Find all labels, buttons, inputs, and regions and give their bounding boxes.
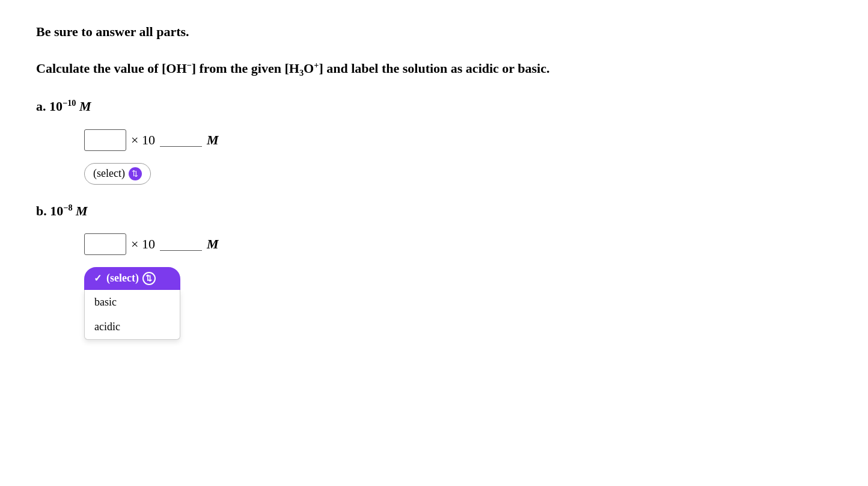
part-b-dropdown: basic acidic bbox=[84, 290, 180, 340]
part-b-select-icon: ⇅ bbox=[142, 272, 156, 285]
part-b-exponent-input[interactable] bbox=[160, 238, 202, 251]
part-b-answer-row: × 10 M bbox=[84, 233, 832, 255]
part-b-select-row: ✓ (select) ⇅ basic acidic bbox=[84, 267, 832, 290]
part-b-unit: M bbox=[207, 236, 219, 252]
part-a-coefficient-input[interactable] bbox=[84, 129, 126, 151]
part-b-select-label: (select) bbox=[106, 272, 139, 285]
part-a-label: a. 10−10 M bbox=[36, 98, 832, 114]
part-a-times-ten: × 10 bbox=[131, 132, 155, 148]
part-b-option-basic[interactable]: basic bbox=[85, 290, 180, 315]
part-b-checkmark: ✓ bbox=[94, 272, 102, 284]
instruction-text: Be sure to answer all parts. bbox=[36, 24, 832, 40]
part-a-select-row: (select) ⇅ bbox=[84, 163, 832, 185]
part-a-answer-row: × 10 M bbox=[84, 129, 832, 151]
bracket-expr-1: [OH−] bbox=[162, 61, 196, 76]
part-b-label: b. 10−8 M bbox=[36, 203, 832, 219]
question-text: Calculate the value of [OH−] from the gi… bbox=[36, 58, 832, 80]
part-a-exponent-input[interactable] bbox=[160, 134, 202, 147]
part-b-coefficient-input[interactable] bbox=[84, 233, 126, 255]
part-b-select[interactable]: ✓ (select) ⇅ bbox=[84, 267, 180, 290]
part-b-times-ten: × 10 bbox=[131, 236, 155, 252]
part-a-select-icon: ⇅ bbox=[129, 167, 142, 180]
part-a-unit: M bbox=[207, 132, 219, 148]
question-middle: from the given bbox=[200, 61, 285, 76]
part-b-option-acidic[interactable]: acidic bbox=[85, 315, 180, 339]
question-prefix: Calculate the value of bbox=[36, 61, 162, 76]
bracket-expr-2: [H3O+] bbox=[284, 61, 323, 76]
question-suffix: and label the solution as acidic or basi… bbox=[326, 61, 549, 76]
part-a-select-label: (select) bbox=[93, 167, 125, 180]
part-a-select[interactable]: (select) ⇅ bbox=[84, 163, 151, 185]
page-wrapper: Be sure to answer all parts. Calculate t… bbox=[36, 24, 832, 290]
part-a-section: a. 10−10 M × 10 M (select) ⇅ bbox=[36, 98, 832, 184]
part-b-section: b. 10−8 M × 10 M ✓ (select) ⇅ basic acid… bbox=[36, 203, 832, 290]
